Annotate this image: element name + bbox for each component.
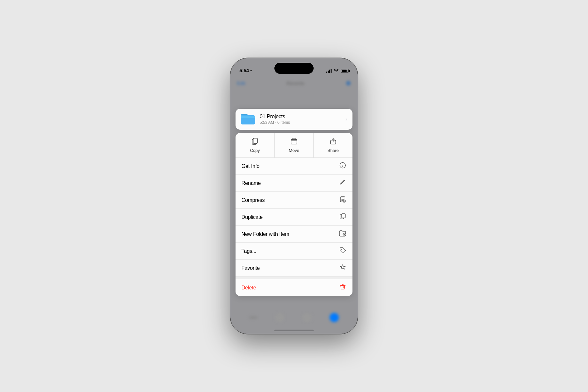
status-dot: ● <box>250 69 252 72</box>
context-menu: 01 Projects 5:53 AM · 0 items › <box>236 109 352 296</box>
duplicate-icon <box>339 213 347 221</box>
home-indicator <box>274 330 314 331</box>
rename-icon <box>339 179 347 187</box>
duplicate-label: Duplicate <box>241 214 263 220</box>
move-label: Move <box>289 148 299 153</box>
tags-label: Tags... <box>241 248 256 254</box>
folder-name: 01 Projects <box>260 114 341 120</box>
new-folder-item[interactable]: New Folder with Item <box>236 226 352 243</box>
status-icons <box>326 68 349 73</box>
battery-icon <box>341 69 349 73</box>
move-button[interactable]: Move <box>275 133 314 157</box>
svg-text:i: i <box>342 164 343 168</box>
folder-meta: 5:53 AM · 0 items <box>260 120 341 125</box>
copy-icon <box>251 138 258 146</box>
get-info-label: Get Info <box>241 163 259 169</box>
svg-rect-4 <box>291 139 297 144</box>
get-info-icon: i <box>339 162 347 170</box>
favorite-label: Favorite <box>241 265 260 271</box>
delete-item[interactable]: Delete <box>236 279 352 296</box>
folder-info: 01 Projects 5:53 AM · 0 items <box>260 114 341 125</box>
favorite-item[interactable]: Favorite <box>236 260 352 277</box>
share-label: Share <box>327 148 339 153</box>
copy-button[interactable]: Copy <box>236 133 275 157</box>
phone-device: 5:54 ● <box>230 58 358 334</box>
copy-label: Copy <box>250 148 260 153</box>
share-icon <box>330 138 337 146</box>
tags-item[interactable]: Tags... <box>236 243 352 260</box>
signal-icon <box>326 69 332 73</box>
move-icon <box>290 138 298 146</box>
folder-header-card[interactable]: 01 Projects 5:53 AM · 0 items › <box>236 109 352 130</box>
wifi-icon <box>334 68 339 73</box>
actions-menu: Copy Move <box>236 133 352 296</box>
menu-divider <box>236 277 352 279</box>
status-time: 5:54 <box>239 68 249 73</box>
dynamic-island <box>274 63 314 74</box>
share-button[interactable]: Share <box>314 133 352 157</box>
folder-icon <box>241 113 255 125</box>
tab-bar-bg <box>230 308 358 327</box>
compress-label: Compress <box>241 197 265 203</box>
compress-item[interactable]: Compress <box>236 192 352 209</box>
rename-item[interactable]: Rename <box>236 175 352 192</box>
delete-icon <box>339 284 347 292</box>
get-info-item[interactable]: Get Info i <box>236 158 352 175</box>
delete-label: Delete <box>241 285 256 291</box>
rename-label: Rename <box>241 180 261 186</box>
tags-icon <box>339 247 347 255</box>
duplicate-item[interactable]: Duplicate <box>236 209 352 226</box>
svg-rect-3 <box>253 138 257 143</box>
compress-icon <box>339 196 347 204</box>
new-folder-label: New Folder with Item <box>241 231 289 237</box>
svg-point-13 <box>341 249 342 250</box>
new-folder-icon <box>339 230 347 238</box>
phone-screen: 5:54 ● <box>230 58 358 334</box>
folder-chevron-icon: › <box>346 116 347 122</box>
svg-rect-11 <box>342 214 345 218</box>
favorite-icon <box>339 264 347 272</box>
top-actions-row: Copy Move <box>236 133 352 158</box>
